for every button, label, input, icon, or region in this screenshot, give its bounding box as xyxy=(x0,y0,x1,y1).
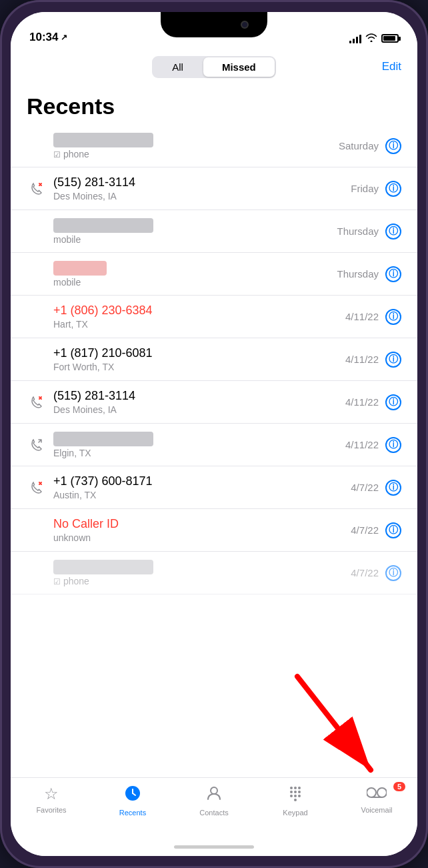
svg-point-18 xyxy=(377,788,387,797)
info-button-4[interactable]: ⓘ xyxy=(385,266,401,282)
call-item-2-left: (515) 281-3114 Des Moines, IA xyxy=(27,175,351,201)
call-item-8: Elgin, TX 4/11/22 ⓘ xyxy=(11,424,417,466)
segment-all[interactable]: All xyxy=(153,57,202,77)
call-subtitle-9: Austin, TX xyxy=(53,490,153,500)
call-item-6-right: 4/11/22 ⓘ xyxy=(345,352,401,368)
call-subtitle-7: Des Moines, IA xyxy=(53,404,135,415)
home-indicator xyxy=(11,837,417,856)
checkbox-icon-1: ☑ xyxy=(53,150,61,159)
notch xyxy=(161,12,267,37)
svg-point-9 xyxy=(298,787,301,789)
tab-recents[interactable]: Recents xyxy=(92,785,173,817)
call-list: ◎ ☑ phone Saturday ⓘ xyxy=(11,125,417,777)
signal-bar-3 xyxy=(356,37,358,43)
svg-point-17 xyxy=(367,788,376,797)
call-date-3: Thursday xyxy=(337,226,379,237)
call-item-1-right: Saturday ⓘ xyxy=(339,138,401,154)
call-date-6: 4/11/22 xyxy=(345,354,379,365)
content-area: Recents ◎ ☑ phone Saturday xyxy=(11,85,417,777)
wifi-icon xyxy=(365,33,377,44)
call-name-9: +1 (737) 600-8171 xyxy=(53,474,153,488)
svg-point-13 xyxy=(290,795,293,797)
blurred-name-1 xyxy=(53,133,153,147)
battery-fill xyxy=(383,36,395,41)
contacts-icon xyxy=(205,785,223,806)
call-item-10: ◎ No Caller ID unknown 4/7/22 ⓘ xyxy=(11,509,417,552)
call-name-5: +1 (806) 230-6384 xyxy=(53,304,153,318)
blurred-name-11 xyxy=(53,560,153,574)
recents-label: Recents xyxy=(119,809,146,817)
svg-point-10 xyxy=(290,791,293,793)
status-time: 10:34 ↗ xyxy=(29,31,67,44)
call-item-9: +1 (737) 600-8171 Austin, TX 4/7/22 ⓘ xyxy=(11,466,417,509)
call-item-3-right: Thursday ⓘ xyxy=(337,224,401,240)
tab-keypad[interactable]: Keypad xyxy=(255,785,336,817)
status-icons xyxy=(349,33,399,44)
call-subtitle-6: Fort Worth, TX xyxy=(53,362,153,372)
call-info-11: ☑ phone xyxy=(53,560,153,586)
call-date-11: 4/7/22 xyxy=(351,567,379,578)
call-item-11-right: 4/7/22 ⓘ xyxy=(351,565,401,581)
nav-bar: All Missed Edit xyxy=(11,48,417,85)
call-item-1: ◎ ☑ phone Saturday ⓘ xyxy=(11,125,417,167)
call-icon-8 xyxy=(27,438,45,452)
info-button-1[interactable]: ⓘ xyxy=(385,138,401,154)
blurred-name-3 xyxy=(53,218,153,233)
svg-point-12 xyxy=(298,791,301,793)
voicemail-badge: 5 xyxy=(393,782,405,791)
info-button-10[interactable]: ⓘ xyxy=(385,522,401,538)
svg-point-8 xyxy=(294,787,297,789)
call-info-1: ☑ phone xyxy=(53,133,153,159)
segment-missed[interactable]: Missed xyxy=(203,57,275,77)
edit-button[interactable]: Edit xyxy=(382,60,401,73)
signal-bar-1 xyxy=(349,41,351,43)
call-date-9: 4/7/22 xyxy=(351,482,379,493)
info-button-3[interactable]: ⓘ xyxy=(385,224,401,240)
svg-point-7 xyxy=(290,787,293,789)
call-info-3: mobile xyxy=(53,218,153,245)
info-button-2[interactable]: ⓘ xyxy=(385,181,401,197)
signal-bar-4 xyxy=(359,35,361,43)
call-info-7: (515) 281-3114 Des Moines, IA xyxy=(53,389,135,415)
call-icon-7 xyxy=(27,396,45,409)
tab-contacts[interactable]: Contacts xyxy=(173,785,255,817)
blurred-name-4 xyxy=(53,261,107,276)
phone-shell: 10:34 ↗ xyxy=(0,0,428,868)
call-info-10: No Caller ID unknown xyxy=(53,517,119,543)
call-date-7: 4/11/22 xyxy=(345,396,379,408)
time-display: 10:34 xyxy=(29,31,58,44)
tab-favorites[interactable]: ☆ Favorites xyxy=(11,785,92,814)
info-button-9[interactable]: ⓘ xyxy=(385,480,401,496)
call-subtitle-1: ☑ phone xyxy=(53,149,153,159)
signal-bars xyxy=(349,34,361,43)
call-info-6: +1 (817) 210-6081 Fort Worth, TX xyxy=(53,346,153,372)
info-button-7[interactable]: ⓘ xyxy=(385,394,401,410)
call-item-6: ◎ +1 (817) 210-6081 Fort Worth, TX 4/11/… xyxy=(11,338,417,381)
signal-bar-2 xyxy=(353,39,355,43)
tab-voicemail[interactable]: 5 Voicemail xyxy=(336,785,417,814)
call-date-4: Thursday xyxy=(337,268,379,280)
info-button-5[interactable]: ⓘ xyxy=(385,309,401,325)
info-button-11[interactable]: ⓘ xyxy=(385,565,401,581)
info-button-6[interactable]: ⓘ xyxy=(385,352,401,368)
info-button-8[interactable]: ⓘ xyxy=(385,437,401,453)
call-item-7-left: (515) 281-3114 Des Moines, IA xyxy=(27,389,345,415)
call-item-7-right: 4/11/22 ⓘ xyxy=(345,394,401,410)
status-bar: 10:34 ↗ xyxy=(11,12,417,48)
home-bar xyxy=(174,845,254,849)
call-date-5: 4/11/22 xyxy=(345,311,379,322)
call-item-5-left: ◎ +1 (806) 230-6384 Hart, TX xyxy=(27,304,345,330)
tab-bar: ☆ Favorites Recents xyxy=(11,777,417,837)
call-item-5: ◎ +1 (806) 230-6384 Hart, TX 4/11/22 ⓘ xyxy=(11,296,417,338)
blurred-name-8 xyxy=(53,432,153,446)
call-item-9-left: +1 (737) 600-8171 Austin, TX xyxy=(27,474,351,500)
voicemail-icon xyxy=(367,785,387,803)
call-icon-2 xyxy=(27,182,45,195)
call-info-4: mobile xyxy=(53,261,107,288)
contacts-label: Contacts xyxy=(199,809,228,817)
call-subtitle-10: unknown xyxy=(53,532,119,543)
svg-point-11 xyxy=(294,791,297,793)
call-item-10-left: ◎ No Caller ID unknown xyxy=(27,517,351,543)
call-item-4-left: ◎ mobile xyxy=(27,261,337,288)
call-date-8: 4/11/22 xyxy=(345,439,379,450)
